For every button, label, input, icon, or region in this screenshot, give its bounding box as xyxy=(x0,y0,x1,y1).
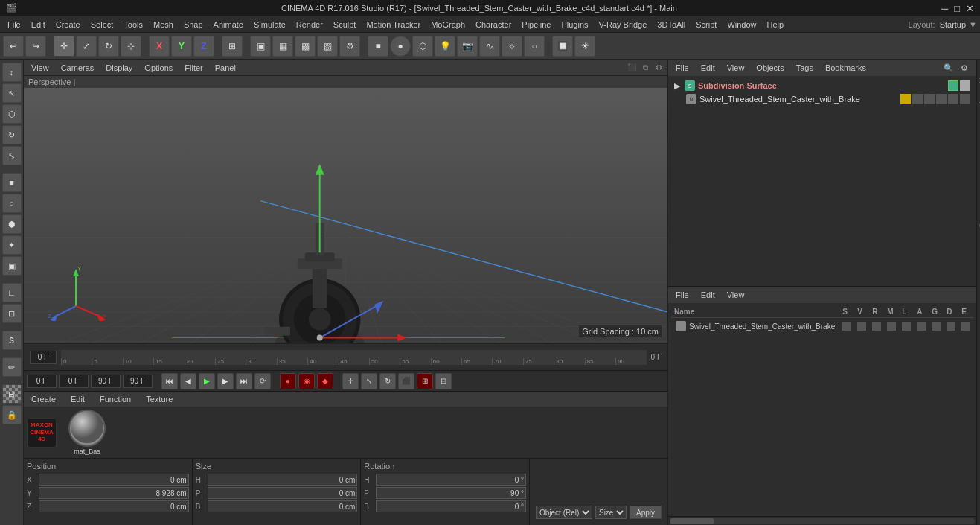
size-b-input[interactable] xyxy=(208,500,358,512)
spline-btn[interactable]: ∿ xyxy=(479,36,500,57)
scroll-track[interactable] xyxy=(670,518,975,524)
y-axis-btn[interactable]: Y xyxy=(171,36,192,57)
menu-3dtoall[interactable]: 3DToAll xyxy=(653,19,690,31)
lt-null[interactable]: ○ xyxy=(2,194,22,213)
lt-checker[interactable]: ⊟ xyxy=(2,384,22,404)
menu-help[interactable]: Help xyxy=(763,19,789,31)
menu-motion-tracker[interactable]: Motion Tracker xyxy=(362,19,425,31)
menu-window[interactable]: Window xyxy=(723,19,760,31)
menu-mograph[interactable]: MoGraph xyxy=(426,19,470,31)
rotate-tool[interactable]: ↻ xyxy=(98,36,119,57)
tab-attributes[interactable]: Attributes xyxy=(977,206,980,241)
mat-tb-texture[interactable]: Texture xyxy=(141,393,177,405)
pos-z-input[interactable] xyxy=(39,500,189,512)
attr-tb-file[interactable]: File xyxy=(671,289,694,301)
tl-marker-btn[interactable]: ⊟ xyxy=(435,373,452,389)
lt-camera2[interactable]: ▣ xyxy=(2,256,22,276)
loop-btn[interactable]: ⟳ xyxy=(254,373,271,389)
vp-tb-options[interactable]: Options xyxy=(140,62,177,74)
obj-item-swivel[interactable]: N Swivel_Threaded_Stem_Caster_with_Brake xyxy=(671,92,973,106)
attr-cell-g[interactable] xyxy=(932,322,941,331)
obj-item-subdiv[interactable]: ▶ S Subdivision Surface xyxy=(671,79,973,92)
deform-btn[interactable]: ⟡ xyxy=(502,36,522,57)
tl-bank-btn[interactable]: ⬛ xyxy=(398,373,414,389)
pos-y-input[interactable] xyxy=(39,487,189,499)
menu-simulate[interactable]: Simulate xyxy=(249,19,290,31)
x-axis-btn[interactable]: X xyxy=(149,36,170,57)
vp-maximize-icon[interactable]: ⬛ xyxy=(626,62,638,74)
camera-btn[interactable]: 📷 xyxy=(457,36,478,57)
tl-rotate-btn[interactable]: ↻ xyxy=(379,373,396,389)
tab-structure[interactable]: Structure xyxy=(977,172,980,206)
menu-plugins[interactable]: Plugins xyxy=(557,19,592,31)
lt-rotate[interactable]: ↻ xyxy=(2,125,22,144)
vp-settings-icon[interactable]: ⚙ xyxy=(653,62,664,74)
close-btn[interactable]: ✕ xyxy=(966,3,974,14)
vp-split-icon[interactable]: ⧉ xyxy=(639,62,651,74)
obj-tb-bookmarks[interactable]: Bookmarks xyxy=(821,62,871,74)
menu-file[interactable]: File xyxy=(3,19,25,31)
render-queue-btn[interactable]: 🔲 xyxy=(552,36,573,57)
obj-tag-subdiv-2[interactable] xyxy=(960,80,970,91)
menu-mesh[interactable]: Mesh xyxy=(149,19,178,31)
lt-mesh[interactable]: ⬢ xyxy=(2,214,22,234)
obj-tag-swivel-3[interactable] xyxy=(936,94,947,104)
sphere-btn[interactable]: ● xyxy=(390,36,411,57)
obj-tag-swivel-4[interactable] xyxy=(948,94,958,104)
obj-tag-swivel-2[interactable] xyxy=(924,94,935,104)
coord-mode-select[interactable]: Object (Rel) xyxy=(536,506,592,519)
obj-tb-tags[interactable]: Tags xyxy=(792,62,818,74)
tab-objects[interactable]: Objects xyxy=(977,63,980,92)
frame-preview-end[interactable]: 90 F xyxy=(123,375,153,388)
lt-joint[interactable]: ✦ xyxy=(2,235,22,255)
vp-tb-view[interactable]: View xyxy=(27,62,54,74)
key-btn[interactable]: ◆ xyxy=(317,373,333,389)
mat-tb-edit[interactable]: Edit xyxy=(66,393,89,405)
frame-end-input[interactable]: 90 F xyxy=(91,375,121,388)
attr-cell-l[interactable] xyxy=(902,322,911,331)
apply-button[interactable]: Apply xyxy=(630,506,662,519)
tl-move-btn[interactable]: ✛ xyxy=(342,373,359,389)
rot-h-input[interactable] xyxy=(376,474,526,486)
move-tool[interactable]: ✛ xyxy=(54,36,74,57)
obj-tb-file[interactable]: File xyxy=(671,62,694,74)
tab-layers[interactable]: Layers xyxy=(977,242,980,268)
menu-character[interactable]: Character xyxy=(471,19,516,31)
menu-render[interactable]: Render xyxy=(292,19,327,31)
light-icon[interactable]: ☀ xyxy=(574,36,595,57)
titlebar-controls[interactable]: ─ □ ✕ xyxy=(941,3,974,14)
bottom-scrollbar[interactable] xyxy=(668,516,976,525)
vp-tb-filter[interactable]: Filter xyxy=(180,62,207,74)
minimize-btn[interactable]: ─ xyxy=(941,3,948,14)
obj-tb-edit[interactable]: Edit xyxy=(696,62,720,74)
attr-cell-r[interactable] xyxy=(872,322,881,331)
menu-snap[interactable]: Snap xyxy=(179,19,208,31)
obj-tag-swivel-5[interactable] xyxy=(960,94,970,104)
obj-tb-objects[interactable]: Objects xyxy=(752,62,788,74)
size-mode-select[interactable]: Size xyxy=(595,506,627,519)
tab-tabs[interactable]: Tabs xyxy=(977,93,980,113)
lt-polygon[interactable]: ⬡ xyxy=(2,104,22,124)
obj-color-swivel[interactable] xyxy=(900,94,911,104)
scale-tool[interactable]: ⤢ xyxy=(76,36,97,57)
mat-tb-create[interactable]: Create xyxy=(27,393,60,405)
menu-edit[interactable]: Edit xyxy=(27,19,50,31)
geo-btn[interactable]: ⬡ xyxy=(412,36,433,57)
transform-tool[interactable]: ⊹ xyxy=(121,36,141,57)
attr-row-swivel[interactable]: Swivel_Threaded_Stem_Caster_with_Brake xyxy=(671,318,973,335)
redo-button[interactable]: ↪ xyxy=(25,36,46,57)
rot-b-input[interactable] xyxy=(376,500,526,512)
obj-vis-tag-subdiv[interactable] xyxy=(948,80,958,91)
z-axis-btn[interactable]: Z xyxy=(193,36,214,57)
mat-swatch-0[interactable] xyxy=(68,410,106,447)
menu-tools[interactable]: Tools xyxy=(119,19,147,31)
world-space-btn[interactable]: ⊞ xyxy=(222,36,243,57)
lt-select[interactable]: ↖ xyxy=(2,83,22,103)
lt-extrude[interactable]: ⊡ xyxy=(2,304,22,323)
menu-sculpt[interactable]: Sculpt xyxy=(329,19,361,31)
pos-x-input[interactable] xyxy=(39,474,189,486)
menu-pipeline[interactable]: Pipeline xyxy=(517,19,555,31)
tl-scale-btn[interactable]: ⤡ xyxy=(361,373,377,389)
go-end-btn[interactable]: ⏭ xyxy=(236,373,252,389)
attr-cell-a[interactable] xyxy=(917,322,926,331)
